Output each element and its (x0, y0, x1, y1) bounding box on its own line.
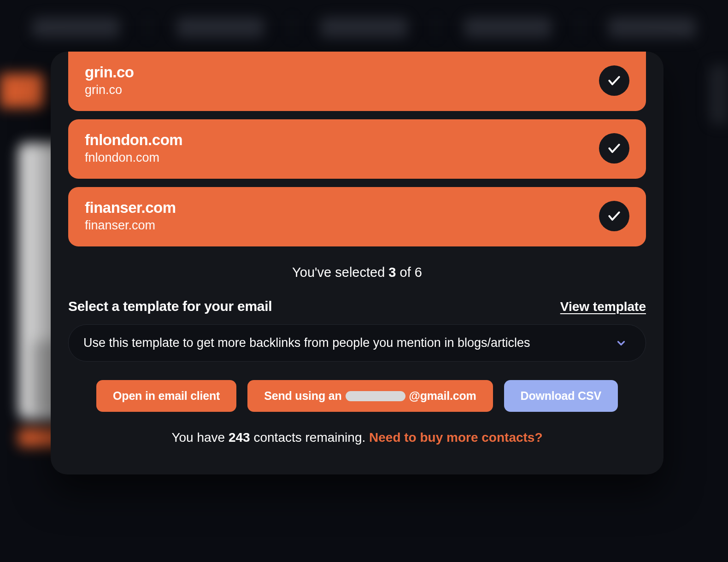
site-subtitle: fnlondon.com (85, 151, 182, 165)
check-icon (607, 209, 622, 223)
action-button-row: Open in email client Send using an @gmai… (68, 380, 646, 412)
redacted-email (346, 391, 405, 401)
send-prefix: Send using an (264, 389, 341, 403)
selected-toggle[interactable] (599, 201, 629, 231)
site-title: fnlondon.com (85, 131, 182, 149)
selection-suffix: of 6 (396, 265, 422, 280)
contacts-remaining: You have 243 contacts remaining. Need to… (68, 430, 646, 445)
site-title: grin.co (85, 64, 134, 81)
selected-toggle[interactable] (599, 65, 629, 96)
site-card[interactable]: finanser.com finanser.com (68, 187, 646, 246)
site-card[interactable]: fnlondon.com fnlondon.com (68, 119, 646, 179)
dropdown-selected-value: Use this template to get more backlinks … (83, 336, 530, 350)
open-email-client-button[interactable]: Open in email client (96, 380, 236, 412)
check-icon (607, 73, 622, 88)
contact-selection-modal: grin.co grin.co fnlondon.com fnlondon.co… (51, 52, 663, 474)
send-using-account-button[interactable]: Send using an @gmail.com (247, 380, 493, 412)
chevron-down-icon (615, 337, 627, 349)
view-template-link[interactable]: View template (560, 299, 646, 314)
selection-prefix: You've selected (292, 265, 388, 280)
site-card[interactable]: grin.co grin.co (68, 52, 646, 111)
buy-more-contacts-link[interactable]: Need to buy more contacts? (369, 430, 543, 445)
site-subtitle: finanser.com (85, 218, 176, 233)
site-title: finanser.com (85, 199, 176, 217)
remaining-prefix: You have (171, 430, 229, 445)
send-suffix: @gmail.com (409, 389, 476, 403)
remaining-count: 243 (229, 430, 250, 445)
selection-summary: You've selected 3 of 6 (68, 265, 646, 280)
selection-count: 3 (388, 265, 396, 280)
template-heading: Select a template for your email (68, 299, 272, 314)
download-csv-button[interactable]: Download CSV (504, 380, 618, 412)
site-subtitle: grin.co (85, 83, 134, 97)
template-dropdown[interactable]: Use this template to get more backlinks … (68, 324, 646, 362)
selected-toggle[interactable] (599, 133, 629, 164)
remaining-mid: contacts remaining. (250, 430, 369, 445)
check-icon (607, 141, 622, 156)
